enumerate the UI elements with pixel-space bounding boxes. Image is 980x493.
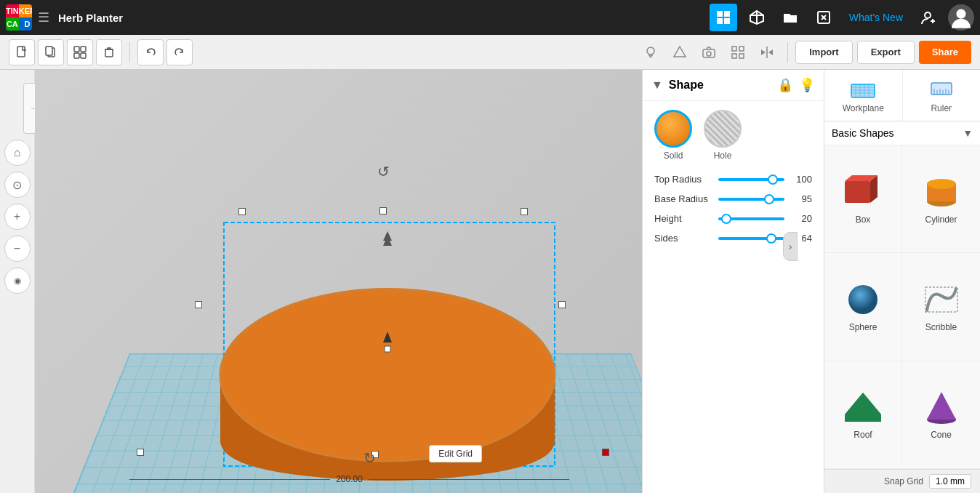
svg-rect-45 [851,84,875,97]
handle-top-right[interactable] [521,208,528,215]
handle-bottom-left[interactable] [137,449,144,456]
shape-properties-panel: ▼ Shape 🔒 💡 Solid Hole Top Radius 100 Ba… [642,70,824,493]
svg-point-65 [927,179,956,189]
slider-track[interactable] [718,237,784,240]
grid-toggle-button[interactable] [725,39,751,65]
group-button[interactable] [67,39,93,65]
svg-rect-16 [46,47,52,55]
snap-grid-label: Snap Grid [884,476,923,486]
panel-light-button[interactable]: 💡 [799,77,815,93]
add-user-button[interactable] [915,4,942,31]
svg-rect-20 [81,53,86,58]
handle-middle-left[interactable] [195,301,202,308]
zoom-in-button[interactable]: + [4,204,31,230]
slider-track[interactable] [718,198,784,201]
ruler-label: Ruler [931,103,952,113]
dimension-label: 200.00 [330,474,369,484]
import-button[interactable]: Import [795,41,852,64]
edit-grid-button[interactable]: Edit Grid [429,445,482,462]
svg-rect-0 [717,11,723,17]
brackets-button[interactable] [810,4,838,31]
shape-thumb [920,389,963,425]
whats-new-button[interactable]: What's New [843,9,909,26]
shape-thumb [920,281,963,318]
shapes-grid: Box Cylinder Sphere Scribble Roof Cone [824,145,980,469]
hole-option[interactable]: Hole [704,110,742,161]
panel-collapse-button[interactable]: › [783,232,798,261]
grid-view-button[interactable] [710,4,737,31]
category-name: Basic Shapes [832,127,963,139]
svg-rect-3 [724,18,730,24]
shape-label: Cone [931,430,952,440]
toolbar: Import Export Share [0,35,980,70]
panel-lock-button[interactable]: 🔒 [777,77,793,93]
redo-button[interactable] [166,39,193,65]
slider-thumb[interactable] [768,175,778,185]
copy-button[interactable] [38,39,64,65]
new-button[interactable] [9,39,35,65]
share-button[interactable]: Share [919,41,971,64]
handle-top-middle[interactable] [379,207,387,215]
main-area: ⌂ ⊙ + − ◉ TOP FRONT Workplane [0,70,980,493]
camera-button[interactable] [696,39,722,65]
svg-marker-33 [761,49,766,55]
shape-item-scribble[interactable]: Scribble [902,253,980,361]
shape-thumb [841,281,885,318]
slider-track[interactable] [718,178,784,181]
canvas-area[interactable]: Workplane [35,70,642,493]
slider-value: 100 [790,174,812,185]
tinkercad-logo[interactable]: TINKERCAD [6,4,32,31]
shape-view-button[interactable] [667,39,693,65]
svg-marker-25 [674,47,686,57]
zoom-out-button[interactable]: − [4,236,31,262]
svg-point-22 [647,47,654,55]
svg-marker-69 [845,393,881,422]
shape-item-roof[interactable]: Roof [824,361,902,469]
shape-item-sphere[interactable]: Sphere [824,253,902,361]
handle-middle-right[interactable] [558,301,566,308]
slider-label: Sides [654,233,712,244]
workplane-button[interactable]: Workplane [824,70,903,121]
delete-button[interactable] [96,39,122,65]
slider-thumb[interactable] [766,233,776,244]
snap-value[interactable]: 1.0 mm [929,474,971,489]
slider-thumb[interactable] [764,194,774,204]
svg-marker-42 [383,231,392,241]
orbit-button[interactable]: ⊙ [4,172,31,198]
svg-rect-29 [739,47,744,51]
svg-point-13 [956,9,965,19]
shape-label: Scribble [925,322,957,332]
home-view-button[interactable]: ⌂ [4,140,31,166]
solid-label: Solid [664,151,683,161]
rotate-handle-bottom[interactable]: ↻ [364,449,376,467]
handle-top-left[interactable] [238,208,246,215]
bulb-view-button[interactable] [638,39,664,65]
svg-rect-1 [724,11,730,17]
mirror-button[interactable] [754,39,780,65]
solid-option[interactable]: Solid [654,110,692,161]
slider-track[interactable] [718,217,784,220]
handle-bottom-right[interactable] [602,449,609,456]
folder-button[interactable] [776,4,804,31]
shape-item-cylinder[interactable]: Cylinder [902,145,980,253]
slider-label: Top Radius [654,174,712,185]
3d-view-button[interactable] [743,4,771,31]
shape-item-box[interactable]: Box [824,145,902,253]
slider-thumb[interactable] [721,214,731,224]
hole-label: Hole [714,151,732,161]
export-button[interactable]: Export [857,41,915,64]
undo-button[interactable] [137,39,164,65]
shape-item-cone[interactable]: Cone [902,361,980,469]
svg-point-66 [848,285,877,314]
user-avatar-button[interactable] [948,4,974,31]
svg-marker-34 [768,49,773,55]
fit-button[interactable]: ◉ [4,268,31,294]
3d-shape[interactable] [180,208,595,492]
category-selector[interactable]: Basic Shapes ▼ [824,121,980,145]
shape-label: Sphere [849,322,877,332]
hamburger-menu-icon[interactable]: ☰ [38,9,49,25]
panel-toggle-icon[interactable]: ▼ [651,79,663,92]
ruler-button[interactable]: Ruler [903,70,981,121]
project-title[interactable]: Herb Planter [58,12,123,24]
rotate-handle-top[interactable]: ↺ [377,163,390,180]
